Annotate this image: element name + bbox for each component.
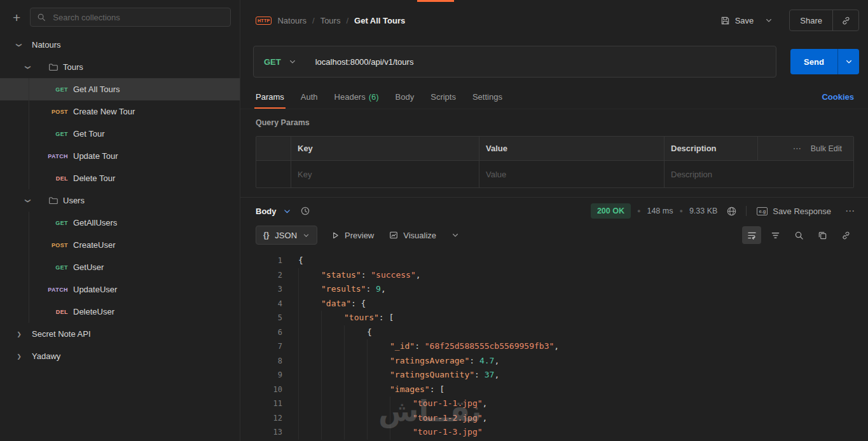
breadcrumb-item-tours[interactable]: Tours — [320, 16, 341, 25]
tab-count: (6) — [369, 92, 379, 102]
copy-response-button[interactable] — [813, 226, 832, 244]
folder-icon — [48, 62, 58, 72]
chevron-down-icon[interactable] — [283, 207, 291, 215]
visualize-button[interactable]: Visualize — [388, 228, 437, 243]
request-header: HTTP Natours/Tours/Get All Tours Save Sh… — [240, 0, 868, 41]
sidebar-item-createuser[interactable]: POSTCreateUser — [0, 234, 240, 256]
response-format-controls: {} JSON Preview Visualize — [256, 226, 460, 245]
code-line-11: 11"tour-1-1.jpg", — [253, 397, 868, 411]
tab-label: Params — [256, 92, 284, 102]
tab-params[interactable]: Params — [256, 85, 284, 109]
search-response-button[interactable] — [789, 226, 808, 244]
code-text: "ratingsQuantity": 37, — [298, 368, 499, 383]
item-label: Yadawy — [32, 351, 60, 361]
tab-scripts[interactable]: Scripts — [431, 85, 456, 109]
indent-guide — [321, 325, 344, 340]
response-format-select[interactable]: {} JSON — [256, 226, 317, 245]
save-response-button[interactable]: e.g Save Response — [753, 206, 835, 217]
indent-guide — [298, 297, 321, 311]
filter-button[interactable] — [766, 226, 785, 244]
response-more-button[interactable]: ⋯ — [841, 204, 859, 218]
status-badge: 200 OK — [591, 203, 631, 219]
send-button[interactable]: Send — [790, 49, 837, 74]
response-history-button[interactable] — [298, 203, 313, 219]
more-options-icon[interactable]: ⋯ — [793, 144, 802, 153]
play-icon — [331, 231, 340, 240]
new-collection-button[interactable]: + — [11, 11, 22, 24]
sidebar-item-tours[interactable]: ❯Tours — [0, 56, 240, 78]
response-body-viewer[interactable]: 1{2"status": "success",3"results": 9,4"d… — [240, 250, 868, 441]
method-badge: GET — [14, 220, 68, 226]
indent-guide — [298, 411, 321, 426]
key-input[interactable]: Key — [291, 161, 479, 187]
bulk-edit-button[interactable]: Bulk Edit — [811, 144, 842, 153]
value-input[interactable]: Value — [479, 161, 665, 187]
code-text: "ratingsAverage": 4.7, — [298, 354, 499, 369]
sidebar-item-create-new-tour[interactable]: POSTCreate New Tour — [0, 100, 240, 123]
indent-guide — [344, 325, 367, 340]
save-options-chevron[interactable] — [762, 13, 775, 28]
sidebar-item-deleteuser[interactable]: DELDeleteUser — [0, 301, 240, 323]
line-number: 8 — [253, 354, 282, 369]
active-request-tab-indicator — [417, 0, 454, 2]
sidebar-item-get-tour[interactable]: GETGet Tour — [0, 123, 240, 145]
line-number: 12 — [253, 411, 282, 426]
indent-guide — [367, 397, 390, 411]
save-response-label: Save Response — [773, 207, 831, 216]
indent-guide — [321, 368, 344, 383]
sidebar-item-delete-tour[interactable]: DELDelete Tour — [0, 167, 240, 189]
method-badge: GET — [14, 131, 68, 137]
share-button[interactable]: Share — [790, 10, 833, 31]
send-options-chevron[interactable] — [837, 49, 859, 74]
method-badge: PATCH — [14, 153, 68, 159]
method-badge: GET — [14, 86, 68, 93]
method-select[interactable]: GET — [254, 46, 307, 77]
code-token: "tours" — [344, 311, 379, 325]
url-input[interactable] — [307, 46, 776, 77]
copy-link-response-button[interactable] — [836, 226, 855, 244]
sidebar-item-update-tour[interactable]: PATCHUpdate Tour — [0, 145, 240, 167]
search-collections-input[interactable] — [52, 12, 224, 23]
code-line-7: 7"_id": "68f25d588555cb5569959fb3", — [253, 339, 868, 354]
sidebar-item-secret-note-api[interactable]: ❯Secret Note API — [0, 323, 240, 345]
wrap-lines-icon — [747, 231, 757, 240]
tab-body[interactable]: Body — [396, 85, 415, 109]
url-row: GET Send — [240, 41, 868, 85]
breadcrumb-item-natours[interactable]: Natours — [277, 16, 307, 25]
sidebar-item-users[interactable]: ❯Users — [0, 189, 240, 212]
cookies-link[interactable]: Cookies — [822, 92, 854, 102]
preview-button[interactable]: Preview — [330, 228, 375, 243]
tab-settings[interactable]: Settings — [472, 85, 502, 109]
network-info-button[interactable] — [724, 203, 740, 219]
item-label: GetAllUsers — [73, 218, 117, 227]
request-tabs-row: ParamsAuthHeaders(6)BodyScriptsSettings … — [240, 85, 868, 109]
response-body-label[interactable]: Body — [256, 207, 277, 216]
indent-guide — [344, 354, 367, 369]
description-input[interactable]: Description — [665, 161, 853, 187]
line-number: 10 — [253, 383, 282, 397]
sidebar-item-getallusers[interactable]: GETGetAllUsers — [0, 212, 240, 234]
response-tool-icons — [742, 226, 855, 244]
response-toolbar: {} JSON Preview Visualize — [240, 224, 868, 250]
code-line-13: 13"tour-1-3.jpg" — [253, 425, 868, 440]
tab-auth[interactable]: Auth — [301, 85, 318, 109]
sidebar-item-yadawy[interactable]: ❯Yadawy — [0, 345, 240, 367]
format-options-chevron[interactable] — [450, 229, 460, 241]
code-line-1: 1{ — [253, 254, 868, 268]
collections-tree: ❯Natours❯ToursGETGet All ToursPOSTCreate… — [0, 33, 240, 441]
copy-link-button[interactable] — [833, 10, 858, 31]
save-button[interactable]: Save — [717, 12, 758, 29]
breadcrumb-item-get-all-tours[interactable]: Get All Tours — [354, 16, 405, 25]
indent-guide — [367, 425, 390, 440]
sidebar-item-natours[interactable]: ❯Natours — [0, 34, 240, 56]
sidebar-item-getuser[interactable]: GETGetUser — [0, 256, 240, 278]
tab-headers[interactable]: Headers(6) — [334, 85, 379, 109]
sidebar-item-updateuser[interactable]: PATCHUpdateUser — [0, 278, 240, 301]
code-token: "data" — [321, 297, 351, 311]
copy-icon — [818, 231, 827, 240]
search-collections-box[interactable] — [30, 8, 231, 27]
wrap-lines-button[interactable] — [742, 226, 761, 244]
sidebar-item-get-all-tours[interactable]: GETGet All Tours — [0, 78, 240, 100]
indent-guide — [367, 354, 390, 369]
indent-guide — [390, 425, 413, 440]
